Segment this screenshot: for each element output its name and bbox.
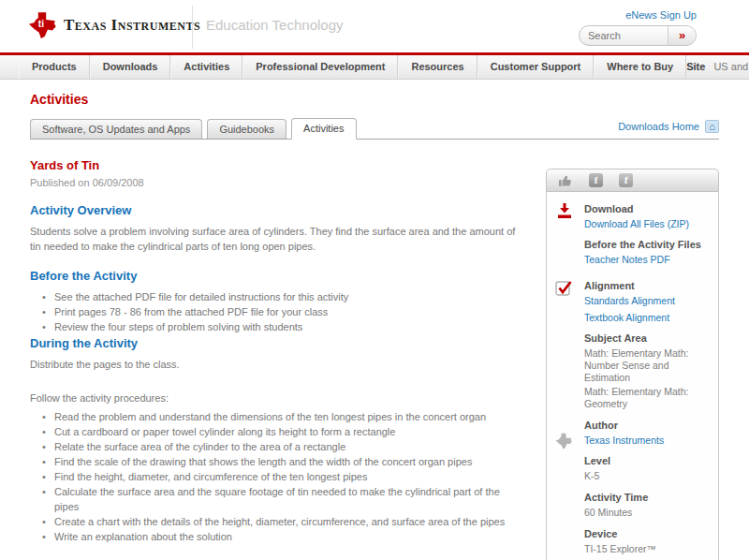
search-box: » <box>579 25 697 46</box>
device-value: TI-15 Explorer™ <box>584 543 711 555</box>
tab-guidebooks[interactable]: Guidebooks <box>207 119 286 139</box>
during-bullet-list: Read the problem and understand the dime… <box>30 409 527 544</box>
header-divider <box>192 6 193 49</box>
nav-item-customer-support[interactable]: Customer Support <box>477 55 595 79</box>
page-title: Activities <box>30 92 719 107</box>
tab-software-os-updates[interactable]: Software, OS Updates and Apps <box>30 119 202 139</box>
sidebar-heading-subject: Subject Area <box>584 332 711 344</box>
subject-area-value: Math: Elementary Math: Geometry <box>584 386 711 410</box>
nav-item-resources[interactable]: Resources <box>398 55 477 79</box>
tab-bar: Software, OS Updates and Apps Guidebooks… <box>30 118 719 140</box>
facebook-icon[interactable]: f <box>589 173 603 187</box>
during-intro-1: Distribute the pages to the class. <box>30 357 527 372</box>
like-icon[interactable] <box>558 173 573 187</box>
bullet-item: Find the scale of the drawing that shows… <box>30 454 527 469</box>
sidebar-heading-level: Level <box>584 455 711 466</box>
subject-area-value: Math: Elementary Math: Number Sense and … <box>584 347 711 384</box>
section-heading-before: Before the Activity <box>30 269 527 283</box>
bullet-item: Find the height, diameter, and circumfer… <box>30 469 527 484</box>
downloads-home-link[interactable]: Downloads Home ⌂ <box>618 120 719 133</box>
bullet-item: Print pages 78 - 86 from the attached PD… <box>30 304 527 319</box>
sidebar-heading-activity-time: Activity Time <box>584 492 711 503</box>
section-heading-during: During the Activity <box>30 336 527 350</box>
teacher-notes-pdf-link[interactable]: Teacher Notes PDF <box>584 254 711 265</box>
download-all-files-link[interactable]: Download All Files (ZIP) <box>584 218 711 229</box>
brand-name: Texas Instruments <box>64 16 200 35</box>
author-link[interactable]: Texas Instruments <box>584 435 711 446</box>
ti-texas-icon: ti <box>28 11 56 39</box>
sidebar-heading-before-files: Before the Activity Files <box>584 239 711 250</box>
sidebar-heading-alignment: Alignment <box>584 280 711 291</box>
home-icon[interactable]: ⌂ <box>705 120 719 133</box>
activity-article: Yards of Tin Published on 06/09/2008 Act… <box>30 140 527 560</box>
ti-author-icon <box>555 433 572 451</box>
nav-item-professional-development[interactable]: Professional Development <box>242 55 398 79</box>
site-selector[interactable]: Site US and Canada <box>686 55 749 79</box>
textbook-alignment-link[interactable]: Textbook Alignment <box>584 312 711 323</box>
twitter-icon[interactable]: t <box>619 173 633 187</box>
sidebar-heading-device: Device <box>584 528 711 539</box>
tab-activities[interactable]: Activities <box>291 118 356 140</box>
nav-item-downloads[interactable]: Downloads <box>90 55 171 79</box>
standards-alignment-link[interactable]: Standards Alignment <box>584 295 711 306</box>
ti-logo[interactable]: ti Texas Instruments <box>28 11 200 39</box>
nav-item-where-to-buy[interactable]: Where to Buy <box>594 55 686 79</box>
bullet-item: See the attached PDF file for detailed i… <box>30 289 527 304</box>
page-body: Activities Software, OS Updates and Apps… <box>0 92 749 560</box>
header: ti Texas Instruments Education Technolog… <box>0 0 749 52</box>
before-bullet-list: See the attached PDF file for detailed i… <box>30 289 527 334</box>
activity-time-value: 60 Minutes <box>584 507 711 519</box>
activity-sidebar: f t Download Download All Files (ZIP) Be… <box>546 169 719 560</box>
sidebar-details-box: Download Download All Files (ZIP) Before… <box>546 192 719 560</box>
social-share-bar: f t <box>546 169 719 192</box>
sidebar-heading-author: Author <box>584 420 711 431</box>
section-heading-overview: Activity Overview <box>30 203 527 217</box>
bullet-item: Review the four steps of problem solving… <box>30 319 527 334</box>
bullet-item: Read the problem and understand the dime… <box>30 409 527 424</box>
search-submit-button[interactable]: » <box>668 26 696 45</box>
downloads-home-label: Downloads Home <box>618 121 699 132</box>
overview-text: Students solve a problem involving surfa… <box>30 224 527 254</box>
nav-item-products[interactable]: Products <box>19 55 90 79</box>
during-intro-2: Follow the activity procedures: <box>30 391 527 405</box>
bullet-item: Create a chart with the details of the h… <box>30 514 527 529</box>
search-input[interactable] <box>580 26 668 45</box>
site-label: Site <box>686 61 705 72</box>
alignment-check-icon <box>555 278 574 299</box>
main-nav: Products Downloads Activities Profession… <box>0 55 749 80</box>
activity-title: Yards of Tin <box>30 158 527 172</box>
download-icon <box>555 201 574 222</box>
svg-text:ti: ti <box>38 19 44 29</box>
bullet-item: Write an explanation about the solution <box>30 529 527 544</box>
bullet-item: Cut a cardboard or paper towel cylinder … <box>30 424 527 439</box>
sidebar-heading-download: Download <box>584 203 711 214</box>
level-value: K-5 <box>584 470 711 482</box>
bullet-item: Relate the surface area of the cylinder … <box>30 439 527 454</box>
site-value: US and Canada <box>713 61 749 72</box>
nav-item-activities[interactable]: Activities <box>170 55 242 79</box>
enews-signup-link[interactable]: eNews Sign Up <box>625 9 697 21</box>
division-title: Education Technology <box>206 17 344 33</box>
published-date: Published on 06/09/2008 <box>30 177 527 188</box>
bullet-item: Calculate the surface area and the squar… <box>30 484 527 514</box>
